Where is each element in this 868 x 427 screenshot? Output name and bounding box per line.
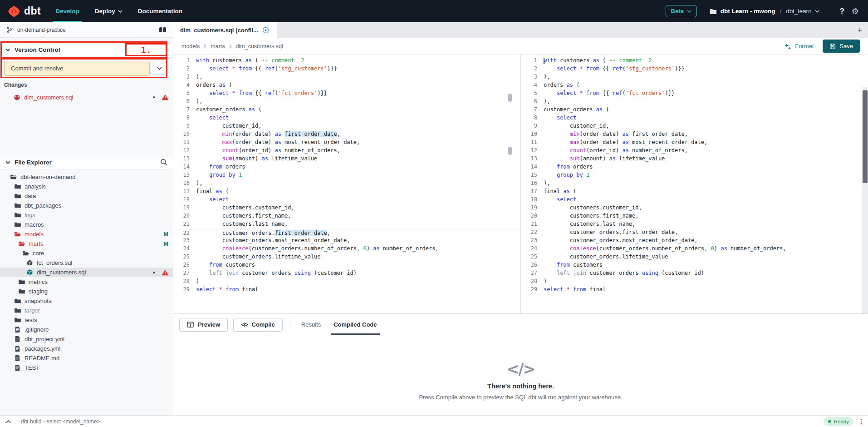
code-line[interactable]: 28) — [173, 278, 520, 286]
code-line[interactable]: 14 from orders — [173, 164, 520, 172]
code-line[interactable]: 28) — [521, 278, 862, 286]
code-line[interactable]: 16), — [173, 180, 520, 188]
code-line[interactable]: 4orders as ( — [521, 82, 862, 90]
changed-file-row[interactable]: dim_customers.sql • — [0, 92, 173, 103]
page-scrollbar-thumb[interactable] — [863, 90, 868, 183]
code-line[interactable]: 2 select * from {{ ref('stg_customers')}… — [173, 65, 520, 74]
save-button[interactable]: Save — [823, 40, 860, 53]
help-icon[interactable]: ? — [839, 7, 844, 16]
breadcrumb-file[interactable]: dim_customers.sql — [236, 43, 283, 50]
code-line[interactable]: 7customer_orders as ( — [521, 106, 862, 114]
commit-and-resolve-button[interactable]: Commit and resolve — [4, 61, 150, 76]
code-line[interactable]: 9 customer_id, — [173, 123, 520, 131]
code-line[interactable]: 18 select — [173, 196, 520, 204]
code-line[interactable]: 1with customers as ( -- comment 2 — [521, 57, 862, 65]
branch-row[interactable]: on-demand-practice — [0, 22, 173, 38]
code-line[interactable]: 14 from orders — [521, 164, 862, 172]
code-line[interactable]: 2 select * from {{ ref('stg_customers')}… — [521, 65, 862, 74]
code-line[interactable]: 10 min(order_date) as first_order_date, — [173, 131, 520, 139]
tree-item[interactable]: analysis — [0, 182, 173, 191]
code-line[interactable]: 13 sum(amount) as lifetime_value — [173, 155, 520, 164]
tree-item[interactable]: dim_customers.sql• — [0, 268, 173, 277]
search-icon[interactable] — [160, 159, 167, 166]
tree-item[interactable]: packages.yml — [0, 344, 173, 353]
tree-item[interactable]: dbt_project.yml — [0, 334, 173, 344]
tab-dim-customers[interactable]: dim_customers.sql (confli... — [173, 22, 277, 38]
new-tab-button[interactable]: + — [855, 25, 865, 35]
code-line[interactable]: 19 customers.customer_id, — [173, 204, 520, 213]
code-line[interactable]: 23 customer_orders.most_recent_order_dat… — [521, 237, 862, 245]
code-line[interactable]: 13 sum(amount) as lifetime_value — [521, 155, 862, 164]
preview-button[interactable]: Preview — [179, 318, 228, 332]
code-line[interactable]: 12 count(order_id) as number_of_orders, — [173, 147, 520, 155]
tree-item[interactable]: metrics — [0, 277, 173, 287]
code-line[interactable]: 26 from customers — [521, 262, 862, 270]
tree-item[interactable]: README.md — [0, 353, 173, 363]
code-line[interactable]: 6), — [521, 98, 862, 106]
code-editor-left[interactable]: 1with customers as ( -- comment 22 selec… — [173, 55, 520, 313]
command-input[interactable]: dbt build --select <model_name> — [21, 418, 100, 425]
code-line[interactable]: 12 count(order_id) as number_of_orders, — [521, 147, 862, 155]
code-line[interactable]: 26 from customers — [173, 262, 520, 270]
code-line[interactable]: 22 customer_orders.first_order_date, — [173, 229, 520, 237]
tree-item[interactable]: dbt_packages — [0, 201, 173, 210]
tree-item[interactable]: .gitignore — [0, 325, 173, 334]
code-line[interactable]: 21 customers.last_name, — [173, 221, 520, 229]
code-line[interactable]: 17final as ( — [173, 188, 520, 196]
tree-item[interactable]: fct_orders.sql — [0, 258, 173, 268]
settings-gear-icon[interactable]: ⚙ — [852, 7, 859, 15]
tree-item[interactable]: modelsM — [0, 229, 173, 239]
code-line[interactable]: 25 customer_orders.lifetime_value — [521, 253, 862, 262]
nav-develop[interactable]: Develop — [55, 0, 79, 22]
chevron-up-icon[interactable] — [5, 420, 11, 423]
beta-dropdown[interactable]: Beta — [666, 5, 697, 17]
code-line[interactable]: 11 max(order_date) as most_recent_order_… — [521, 139, 862, 147]
code-line[interactable]: 5 select * from {{ ref('fct_orders')}} — [521, 90, 862, 98]
tree-item[interactable]: core — [0, 248, 173, 258]
tab-results[interactable]: Results — [295, 314, 327, 335]
editor-scrollbar-thumb[interactable] — [508, 94, 512, 102]
tree-item[interactable]: TEST — [0, 363, 173, 372]
editor-scrollbar-thumb[interactable] — [508, 147, 512, 155]
tree-item[interactable]: target — [0, 306, 173, 315]
code-line[interactable]: 22 customer_orders.first_order_date, — [521, 229, 862, 237]
breadcrumb-marts[interactable]: marts — [211, 43, 225, 50]
breadcrumb-models[interactable]: models — [181, 43, 200, 50]
code-line[interactable]: 8 select — [521, 114, 862, 123]
code-line[interactable]: 20 customers.first_name, — [173, 213, 520, 221]
nav-deploy[interactable]: Deploy — [95, 0, 123, 22]
code-line[interactable]: 21 customers.last_name, — [521, 221, 862, 229]
dbt-logo[interactable]: dbt — [7, 5, 41, 18]
tree-item[interactable]: logs — [0, 210, 173, 220]
kebab-menu-icon[interactable]: ⋮ — [858, 418, 864, 425]
compile-button[interactable]: </> Compile — [233, 318, 283, 332]
code-line[interactable]: 10 min(order_date) as first_order_date, — [521, 131, 862, 139]
code-line[interactable]: 9 customer_id, — [521, 123, 862, 131]
code-line[interactable]: 27 left join customer_orders using (cust… — [521, 270, 862, 278]
page-scrollbar[interactable] — [862, 87, 868, 346]
file-explorer-header[interactable]: File Explorer — [0, 155, 173, 169]
code-line[interactable]: 25 customer_orders.lifetime_value — [173, 253, 520, 262]
code-line[interactable]: 8 select — [173, 114, 520, 123]
code-line[interactable]: 18 select — [521, 196, 862, 204]
code-line[interactable]: 6), — [173, 98, 520, 106]
code-line[interactable]: 19 customers.customer_id, — [521, 204, 862, 213]
code-line[interactable]: 29select * from final — [173, 286, 520, 294]
tree-item[interactable]: tests — [0, 315, 173, 325]
code-line[interactable]: 15 group by 1 — [173, 172, 520, 180]
account-project-switcher[interactable]: dbt Learn - mwong / dbt_learn — [710, 8, 820, 15]
code-line[interactable]: 20 customers.first_name, — [521, 213, 862, 221]
commit-options-dropdown[interactable] — [153, 62, 166, 75]
code-line[interactable]: 11 max(order_date) as most_recent_order_… — [173, 139, 520, 147]
code-line[interactable]: 3), — [173, 74, 520, 82]
code-editor-right[interactable]: 1with customers as ( -- comment 22 selec… — [521, 55, 862, 313]
tree-item[interactable]: martsM — [0, 239, 173, 248]
code-line[interactable]: 24 coalesce(customer_orders.number_of_or… — [521, 245, 862, 253]
docs-book-icon[interactable] — [159, 27, 167, 33]
tree-item[interactable]: dbt-learn-on-demand — [0, 172, 173, 182]
tree-item[interactable]: macros — [0, 220, 173, 229]
nav-documentation[interactable]: Documentation — [138, 0, 182, 22]
code-line[interactable]: 3), — [521, 74, 862, 82]
code-line[interactable]: 4orders as ( — [173, 82, 520, 90]
code-line[interactable]: 7customer_orders as ( — [173, 106, 520, 114]
